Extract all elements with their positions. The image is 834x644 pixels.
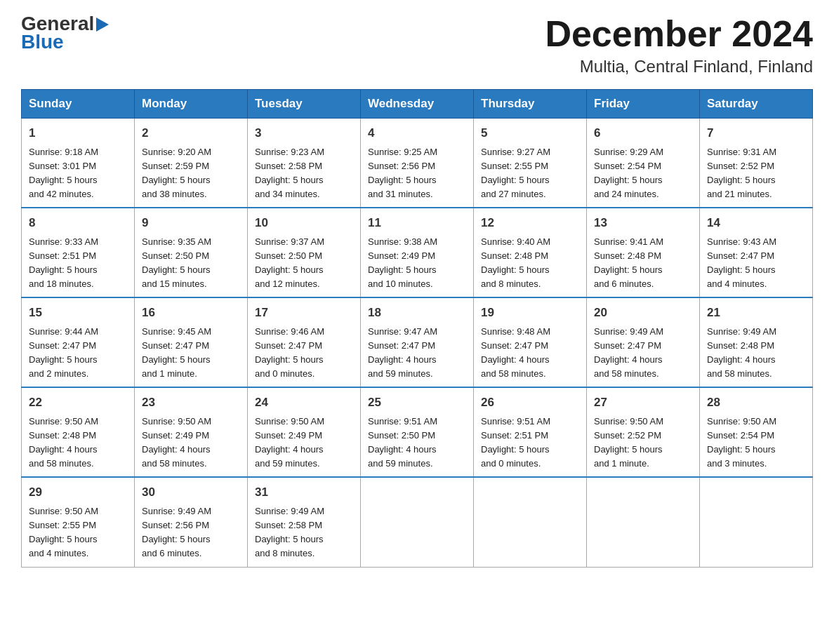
day-info: Sunrise: 9:44 AMSunset: 2:47 PMDaylight:… (29, 325, 127, 382)
day-number: 18 (368, 304, 466, 322)
calendar-day-cell: 26Sunrise: 9:51 AMSunset: 2:51 PMDayligh… (474, 387, 587, 477)
calendar-day-cell: 25Sunrise: 9:51 AMSunset: 2:50 PMDayligh… (361, 387, 474, 477)
day-info: Sunrise: 9:49 AMSunset: 2:58 PMDaylight:… (255, 504, 353, 561)
calendar-day-cell: 14Sunrise: 9:43 AMSunset: 2:47 PMDayligh… (700, 208, 813, 297)
day-info: Sunrise: 9:37 AMSunset: 2:50 PMDaylight:… (255, 235, 353, 292)
calendar-week-row: 1Sunrise: 9:18 AMSunset: 3:01 PMDaylight… (22, 119, 813, 208)
day-info: Sunrise: 9:51 AMSunset: 2:50 PMDaylight:… (368, 415, 466, 471)
day-number: 23 (142, 394, 240, 412)
day-number: 31 (255, 483, 353, 502)
month-title: December 2024 (545, 14, 813, 54)
day-info: Sunrise: 9:47 AMSunset: 2:47 PMDaylight:… (368, 325, 466, 382)
calendar-day-cell: 6Sunrise: 9:29 AMSunset: 2:54 PMDaylight… (587, 119, 700, 208)
day-number: 29 (29, 483, 127, 502)
day-number: 17 (255, 304, 353, 322)
location-title: Multia, Central Finland, Finland (545, 57, 813, 76)
day-info: Sunrise: 9:38 AMSunset: 2:49 PMDaylight:… (368, 235, 466, 292)
weekday-header-tuesday: Tuesday (248, 90, 361, 119)
weekday-header-friday: Friday (587, 90, 700, 119)
weekday-header-saturday: Saturday (700, 90, 813, 119)
calendar-day-cell: 8Sunrise: 9:33 AMSunset: 2:51 PMDaylight… (22, 208, 135, 297)
calendar-day-cell (474, 477, 587, 567)
calendar-day-cell (361, 477, 474, 567)
calendar-day-cell: 24Sunrise: 9:50 AMSunset: 2:49 PMDayligh… (248, 387, 361, 477)
day-info: Sunrise: 9:23 AMSunset: 2:58 PMDaylight:… (255, 145, 353, 202)
calendar-day-cell: 16Sunrise: 9:45 AMSunset: 2:47 PMDayligh… (135, 297, 248, 387)
day-info: Sunrise: 9:35 AMSunset: 2:50 PMDaylight:… (142, 235, 240, 292)
day-number: 7 (707, 124, 805, 142)
day-number: 5 (481, 124, 579, 142)
day-info: Sunrise: 9:27 AMSunset: 2:55 PMDaylight:… (481, 145, 579, 202)
day-number: 20 (594, 304, 692, 322)
calendar-day-cell: 17Sunrise: 9:46 AMSunset: 2:47 PMDayligh… (248, 297, 361, 387)
weekday-header-monday: Monday (135, 90, 248, 119)
calendar-day-cell: 31Sunrise: 9:49 AMSunset: 2:58 PMDayligh… (248, 477, 361, 567)
calendar-week-row: 29Sunrise: 9:50 AMSunset: 2:55 PMDayligh… (22, 477, 813, 567)
day-info: Sunrise: 9:40 AMSunset: 2:48 PMDaylight:… (481, 235, 579, 292)
day-number: 1 (29, 124, 127, 142)
day-number: 30 (142, 483, 240, 502)
calendar-day-cell: 13Sunrise: 9:41 AMSunset: 2:48 PMDayligh… (587, 208, 700, 297)
calendar-day-cell: 30Sunrise: 9:49 AMSunset: 2:56 PMDayligh… (135, 477, 248, 567)
day-number: 4 (368, 124, 466, 142)
day-info: Sunrise: 9:50 AMSunset: 2:55 PMDaylight:… (29, 504, 127, 561)
calendar-day-cell: 11Sunrise: 9:38 AMSunset: 2:49 PMDayligh… (361, 208, 474, 297)
day-number: 6 (594, 124, 692, 142)
calendar-table: SundayMondayTuesdayWednesdayThursdayFrid… (21, 89, 813, 567)
day-info: Sunrise: 9:49 AMSunset: 2:56 PMDaylight:… (142, 504, 240, 561)
calendar-day-cell: 3Sunrise: 9:23 AMSunset: 2:58 PMDaylight… (248, 119, 361, 208)
day-number: 14 (707, 214, 805, 232)
calendar-day-cell: 23Sunrise: 9:50 AMSunset: 2:49 PMDayligh… (135, 387, 248, 477)
calendar-day-cell: 27Sunrise: 9:50 AMSunset: 2:52 PMDayligh… (587, 387, 700, 477)
day-info: Sunrise: 9:51 AMSunset: 2:51 PMDaylight:… (481, 415, 579, 471)
day-number: 25 (368, 394, 466, 412)
calendar-day-cell: 1Sunrise: 9:18 AMSunset: 3:01 PMDaylight… (22, 119, 135, 208)
calendar-day-cell: 7Sunrise: 9:31 AMSunset: 2:52 PMDaylight… (700, 119, 813, 208)
calendar-day-cell: 22Sunrise: 9:50 AMSunset: 2:48 PMDayligh… (22, 387, 135, 477)
day-info: Sunrise: 9:31 AMSunset: 2:52 PMDaylight:… (707, 145, 805, 202)
day-info: Sunrise: 9:50 AMSunset: 2:49 PMDaylight:… (255, 415, 353, 471)
calendar-day-cell: 2Sunrise: 9:20 AMSunset: 2:59 PMDaylight… (135, 119, 248, 208)
day-info: Sunrise: 9:43 AMSunset: 2:47 PMDaylight:… (707, 235, 805, 292)
calendar-day-cell (700, 477, 813, 567)
day-number: 3 (255, 124, 353, 142)
logo-triangle-icon (96, 18, 109, 32)
day-info: Sunrise: 9:41 AMSunset: 2:48 PMDaylight:… (594, 235, 692, 292)
day-number: 10 (255, 214, 353, 232)
calendar-day-cell (587, 477, 700, 567)
day-number: 27 (594, 394, 692, 412)
weekday-header-row: SundayMondayTuesdayWednesdayThursdayFrid… (22, 90, 813, 119)
day-info: Sunrise: 9:49 AMSunset: 2:47 PMDaylight:… (594, 325, 692, 382)
calendar-day-cell: 21Sunrise: 9:49 AMSunset: 2:48 PMDayligh… (700, 297, 813, 387)
calendar-day-cell: 10Sunrise: 9:37 AMSunset: 2:50 PMDayligh… (248, 208, 361, 297)
day-number: 21 (707, 304, 805, 322)
day-number: 2 (142, 124, 240, 142)
day-info: Sunrise: 9:18 AMSunset: 3:01 PMDaylight:… (29, 145, 127, 202)
day-info: Sunrise: 9:45 AMSunset: 2:47 PMDaylight:… (142, 325, 240, 382)
day-number: 26 (481, 394, 579, 412)
calendar-day-cell: 29Sunrise: 9:50 AMSunset: 2:55 PMDayligh… (22, 477, 135, 567)
calendar-day-cell: 28Sunrise: 9:50 AMSunset: 2:54 PMDayligh… (700, 387, 813, 477)
day-number: 15 (29, 304, 127, 322)
day-info: Sunrise: 9:48 AMSunset: 2:47 PMDaylight:… (481, 325, 579, 382)
day-number: 22 (29, 394, 127, 412)
weekday-header-thursday: Thursday (474, 90, 587, 119)
day-number: 28 (707, 394, 805, 412)
weekday-header-sunday: Sunday (22, 90, 135, 119)
day-info: Sunrise: 9:49 AMSunset: 2:48 PMDaylight:… (707, 325, 805, 382)
calendar-day-cell: 18Sunrise: 9:47 AMSunset: 2:47 PMDayligh… (361, 297, 474, 387)
day-number: 12 (481, 214, 579, 232)
day-number: 13 (594, 214, 692, 232)
logo-text-blue: Blue (21, 31, 64, 53)
day-info: Sunrise: 9:50 AMSunset: 2:54 PMDaylight:… (707, 415, 805, 471)
day-number: 16 (142, 304, 240, 322)
calendar-week-row: 8Sunrise: 9:33 AMSunset: 2:51 PMDaylight… (22, 208, 813, 297)
day-info: Sunrise: 9:50 AMSunset: 2:49 PMDaylight:… (142, 415, 240, 471)
calendar-day-cell: 4Sunrise: 9:25 AMSunset: 2:56 PMDaylight… (361, 119, 474, 208)
day-number: 19 (481, 304, 579, 322)
day-info: Sunrise: 9:50 AMSunset: 2:52 PMDaylight:… (594, 415, 692, 471)
page-header: General Blue December 2024 Multia, Centr… (21, 14, 813, 76)
day-info: Sunrise: 9:46 AMSunset: 2:47 PMDaylight:… (255, 325, 353, 382)
day-info: Sunrise: 9:33 AMSunset: 2:51 PMDaylight:… (29, 235, 127, 292)
day-number: 8 (29, 214, 127, 232)
